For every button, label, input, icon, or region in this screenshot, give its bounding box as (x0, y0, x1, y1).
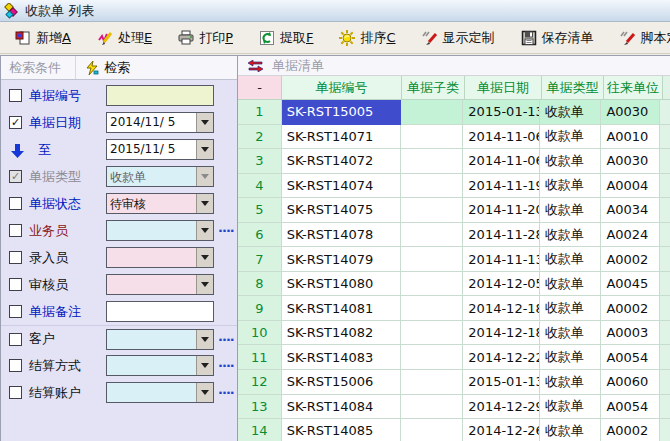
row-number-cell[interactable]: 3 (238, 149, 282, 174)
customer-browse-button[interactable]: ···· (218, 332, 234, 347)
print-button[interactable]: 打印P (173, 26, 238, 50)
row-number-cell[interactable]: 4 (238, 174, 282, 199)
settle-account-select[interactable] (107, 383, 196, 402)
doc-type-cell[interactable]: 收款单 (540, 100, 602, 125)
doc-subtype-cell[interactable] (401, 419, 464, 441)
salesperson-select[interactable] (107, 221, 196, 240)
counterparty-cell[interactable]: A0004 (601, 174, 660, 199)
doc-subtype-cell[interactable] (401, 149, 464, 174)
counterparty-cell[interactable]: A0030 (601, 100, 660, 125)
doc-number-cell[interactable]: SK-RST14079 (282, 247, 401, 272)
doc-date-from-input[interactable]: 2014/11/ 5 (107, 113, 196, 132)
doc-subtype-cell[interactable] (401, 395, 464, 420)
table-row[interactable]: 9SK-RST140812014-12-18收款单A0002 (238, 296, 670, 321)
new-button[interactable]: 新增A (10, 26, 76, 50)
doc-date-cell[interactable]: 2014-12-05 (463, 272, 539, 297)
doc-type-cell[interactable]: 收款单 (540, 321, 602, 346)
doc-subtype-cell[interactable] (401, 198, 464, 223)
doc-remark-input[interactable] (107, 302, 213, 321)
doc-type-cell[interactable]: 收款单 (540, 198, 602, 223)
row-number-cell[interactable]: 7 (238, 247, 282, 272)
entry-clerk-select[interactable] (107, 248, 196, 267)
doc-number-cell[interactable]: SK-RST14080 (282, 272, 401, 297)
row-number-cell[interactable]: 1 (238, 100, 282, 125)
counterparty-cell[interactable]: A0002 (601, 419, 660, 441)
auditor-select[interactable] (107, 275, 196, 294)
doc-number-cell[interactable]: SK-RST14082 (282, 321, 401, 346)
column-header-counterparty[interactable]: 往来单位 (604, 76, 663, 100)
doc-number-cell[interactable]: SK-RST14074 (282, 174, 401, 199)
doc-number-cell[interactable]: SK-RST14085 (282, 419, 401, 441)
table-row[interactable]: 11SK-RST140832014-12-22收款单A0054 (238, 345, 670, 370)
entry-clerk-checkbox[interactable] (9, 251, 22, 264)
doc-date-cell[interactable]: 2014-11-20 (463, 198, 539, 223)
entry-clerk-dropdown-button[interactable] (196, 248, 213, 267)
settle-account-dropdown-button[interactable] (196, 383, 213, 402)
doc-type-cell[interactable]: 收款单 (540, 395, 602, 420)
settle-method-dropdown-button[interactable] (196, 356, 213, 375)
counterparty-cell[interactable]: A0003 (601, 321, 660, 346)
doc-subtype-cell[interactable] (401, 272, 464, 297)
doc-number-cell[interactable]: SK-RST14072 (282, 149, 401, 174)
search-button[interactable]: 检索 (75, 56, 138, 79)
customer-select[interactable] (107, 330, 196, 349)
doc-subtype-cell[interactable] (401, 370, 464, 395)
doc-type-cell[interactable]: 收款单 (540, 272, 602, 297)
doc-number-cell[interactable]: SK-RST14083 (282, 345, 401, 370)
column-header-doc-type[interactable]: 单据类型 (542, 76, 604, 100)
counterparty-cell[interactable]: A0010 (601, 125, 660, 150)
doc-date-cell[interactable]: 2014-12-22 (463, 345, 539, 370)
table-row[interactable]: 4SK-RST140742014-11-19收款单A0004 (238, 174, 670, 199)
auditor-dropdown-button[interactable] (196, 275, 213, 294)
process-button[interactable]: 处理E (92, 26, 157, 50)
doc-date-checkbox[interactable]: ✓ (9, 116, 22, 129)
settle-account-checkbox[interactable] (9, 386, 22, 399)
doc-number-cell[interactable]: SK-RST14071 (282, 125, 401, 150)
counterparty-cell[interactable]: A0030 (601, 149, 660, 174)
doc-subtype-cell[interactable] (401, 345, 464, 370)
customer-dropdown-button[interactable] (196, 330, 213, 349)
doc-date-cell[interactable]: 2015-01-13 (463, 370, 539, 395)
doc-subtype-cell[interactable] (401, 223, 464, 248)
extract-button[interactable]: 提取F (254, 26, 318, 50)
settle-account-browse-button[interactable]: ···· (218, 385, 234, 400)
doc-date-cell[interactable]: 2014-12-18 (463, 296, 539, 321)
doc-date-from-dropdown-button[interactable] (196, 113, 213, 132)
row-number-cell[interactable]: 5 (238, 198, 282, 223)
settle-method-select[interactable] (107, 356, 196, 375)
table-row[interactable]: 14SK-RST140852014-12-26收款单A0002 (238, 419, 670, 441)
doc-date-cell[interactable]: 2014-11-13 (463, 247, 539, 272)
doc-date-to-dropdown-button[interactable] (196, 140, 213, 159)
counterparty-cell[interactable]: A0045 (601, 272, 660, 297)
doc-subtype-cell[interactable] (401, 321, 464, 346)
display-customize-button[interactable]: 显示定制 (417, 26, 500, 50)
doc-number-cell[interactable]: SK-RST14084 (282, 395, 401, 420)
row-number-cell[interactable]: 11 (238, 345, 282, 370)
row-number-cell[interactable]: 10 (238, 321, 282, 346)
doc-type-cell[interactable]: 收款单 (540, 419, 602, 441)
doc-subtype-cell[interactable] (401, 247, 464, 272)
row-number-cell[interactable]: 6 (238, 223, 282, 248)
row-number-cell[interactable]: 9 (238, 296, 282, 321)
salesperson-browse-button[interactable]: ···· (218, 223, 234, 238)
doc-date-cell[interactable]: 2014-11-28 (463, 223, 539, 248)
doc-type-cell[interactable]: 收款单 (540, 296, 602, 321)
table-row[interactable]: 8SK-RST140802014-12-05收款单A0045 (238, 272, 670, 297)
counterparty-cell[interactable]: A0034 (601, 198, 660, 223)
column-header-selector[interactable]: - (238, 76, 282, 100)
doc-date-cell[interactable]: 2015-01-13 (463, 100, 539, 125)
doc-number-cell[interactable]: SK-RST14081 (282, 296, 401, 321)
doc-type-cell[interactable]: 收款单 (540, 247, 602, 272)
doc-date-cell[interactable]: 2014-11-19 (463, 174, 539, 199)
doc-type-cell[interactable]: 收款单 (540, 174, 602, 199)
table-row[interactable]: 1SK-RST150052015-01-13收款单A0030 (238, 100, 670, 125)
doc-type-cell[interactable]: 收款单 (540, 345, 602, 370)
doc-date-to-input[interactable]: 2015/11/ 5 (107, 140, 196, 159)
doc-date-cell[interactable]: 2014-12-29 (463, 395, 539, 420)
counterparty-cell[interactable]: A0024 (601, 223, 660, 248)
sort-button[interactable]: 排序C (334, 26, 400, 50)
column-header-doc-date[interactable]: 单据日期 (465, 76, 542, 100)
doc-date-cell[interactable]: 2014-12-18 (463, 321, 539, 346)
doc-type-cell[interactable]: 收款单 (540, 223, 602, 248)
table-row[interactable]: 12SK-RST150062015-01-13收款单A0060 (238, 370, 670, 395)
